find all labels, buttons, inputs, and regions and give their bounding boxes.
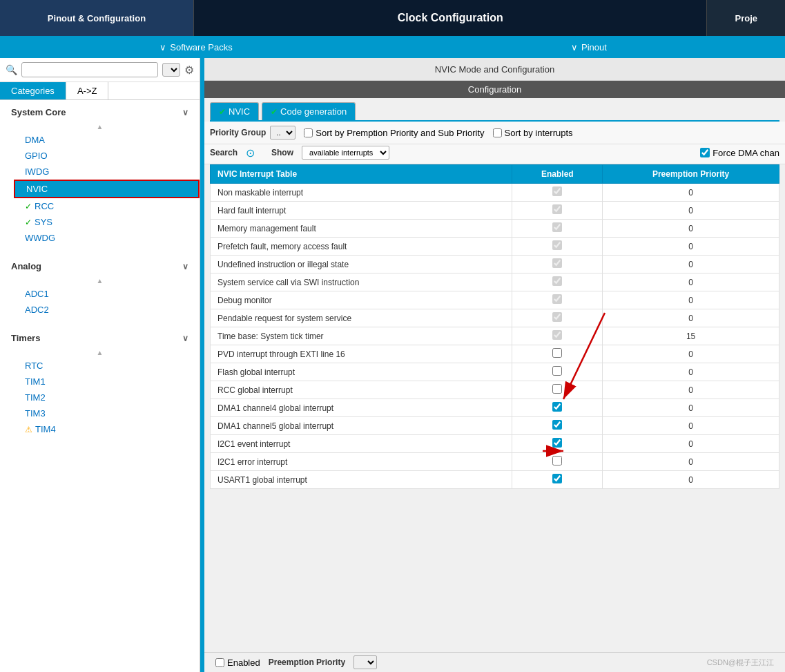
az-tab[interactable]: A->Z bbox=[66, 82, 109, 99]
enabled-checkbox[interactable] bbox=[552, 294, 562, 304]
sidebar-item-tim1[interactable]: TIM1 bbox=[14, 374, 200, 390]
search-dropdown[interactable] bbox=[162, 63, 180, 77]
enabled-checkbox[interactable] bbox=[552, 402, 562, 412]
timers-items: RTC TIM1 TIM2 TIM3 ⚠ TIM4 bbox=[0, 358, 200, 437]
enabled-cell[interactable] bbox=[512, 453, 603, 471]
sidebar-item-sys[interactable]: ✓ SYS bbox=[14, 214, 200, 230]
clock-config-tab[interactable]: Clock Configuration bbox=[194, 0, 706, 36]
bottom-enabled-checkbox[interactable]: Enabled bbox=[215, 657, 260, 668]
top-navigation: Pinout & Configuration Clock Configurati… bbox=[0, 0, 785, 36]
priority-cell: 0 bbox=[603, 202, 779, 220]
priority-cell: 0 bbox=[603, 291, 779, 309]
bottom-bar: Enabled Preemption Priority CSDN@棍子王江江 bbox=[204, 652, 785, 672]
enabled-checkbox[interactable] bbox=[552, 366, 562, 376]
pinout-sub-label: Pinout bbox=[581, 42, 607, 52]
enabled-cell[interactable] bbox=[512, 471, 603, 489]
show-dropdown[interactable]: available interrupts bbox=[302, 146, 389, 160]
enabled-checkbox[interactable] bbox=[552, 240, 562, 250]
enabled-cell[interactable] bbox=[512, 256, 603, 273]
table-row: Pendable request for system service0 bbox=[211, 309, 779, 327]
enabled-checkbox[interactable] bbox=[552, 438, 562, 448]
system-core-header[interactable]: System Core ∨ bbox=[0, 103, 200, 122]
sort-premption-input[interactable] bbox=[304, 128, 313, 137]
config-toolbar: Priority Group .. Sort by Premption Prio… bbox=[204, 122, 785, 144]
enabled-cell[interactable] bbox=[512, 238, 603, 256]
code-gen-tab[interactable]: ✔ Code generation bbox=[262, 102, 356, 120]
sort-interrupts-checkbox[interactable]: Sort by interrupts bbox=[493, 128, 573, 138]
enabled-cell[interactable] bbox=[512, 435, 603, 453]
analog-header[interactable]: Analog ∨ bbox=[0, 257, 200, 276]
table-row: RCC global interrupt0 bbox=[211, 381, 779, 399]
watermark-text: CSDN@棍子王江江 bbox=[707, 657, 774, 668]
sidebar-item-nvic[interactable]: NVIC bbox=[14, 180, 200, 198]
sidebar-item-tim2[interactable]: TIM2 bbox=[14, 390, 200, 405]
categories-tab-label: Categories bbox=[11, 86, 55, 96]
software-packs-label: Software Packs bbox=[170, 42, 232, 52]
enabled-checkbox[interactable] bbox=[552, 186, 562, 196]
enabled-cell[interactable] bbox=[512, 381, 603, 399]
sidebar-item-tim4[interactable]: ⚠ TIM4 bbox=[14, 421, 200, 437]
enabled-cell[interactable] bbox=[512, 220, 603, 238]
sort-premption-checkbox[interactable]: Sort by Premption Priority and Sub Prior… bbox=[304, 128, 484, 138]
categories-tab[interactable]: Categories bbox=[0, 82, 66, 99]
timers-header[interactable]: Timers ∨ bbox=[0, 329, 200, 347]
enabled-cell[interactable] bbox=[512, 273, 603, 291]
enabled-cell[interactable] bbox=[512, 399, 603, 417]
enabled-cell[interactable] bbox=[512, 291, 603, 309]
sidebar-item-iwdg[interactable]: IWDG bbox=[14, 164, 200, 180]
enabled-cell[interactable] bbox=[512, 363, 603, 381]
enabled-checkbox[interactable] bbox=[552, 384, 562, 394]
tim2-label: TIM2 bbox=[25, 392, 46, 403]
search-toolbar: Search ⊙ Show available interrupts Force… bbox=[204, 144, 785, 164]
search-input[interactable] bbox=[21, 62, 158, 77]
show-label: Show bbox=[271, 148, 293, 157]
sidebar-item-tim3[interactable]: TIM3 bbox=[14, 405, 200, 421]
enabled-cell[interactable] bbox=[512, 309, 603, 327]
sidebar-item-wwdg[interactable]: WWDG bbox=[14, 230, 200, 246]
timers-title: Timers bbox=[11, 333, 40, 343]
interrupt-name-cell: Flash global interrupt bbox=[211, 363, 512, 381]
sidebar-item-gpio[interactable]: GPIO bbox=[14, 148, 200, 164]
enabled-checkbox[interactable] bbox=[552, 258, 562, 268]
analog-scroll-up: ▲ bbox=[0, 276, 200, 286]
enabled-checkbox[interactable] bbox=[552, 330, 562, 340]
analog-section: Analog ∨ ▲ ADC1 ADC2 bbox=[0, 257, 200, 318]
sidebar-item-adc2[interactable]: ADC2 bbox=[14, 302, 200, 318]
nvic-config-tab[interactable]: ✔ NVIC bbox=[210, 102, 259, 120]
enabled-checkbox[interactable] bbox=[552, 276, 562, 286]
enabled-checkbox[interactable] bbox=[552, 204, 562, 214]
tim4-warn-icon: ⚠ bbox=[25, 425, 32, 434]
enabled-cell[interactable] bbox=[512, 345, 603, 363]
pinout-config-tab[interactable]: Pinout & Configuration bbox=[0, 0, 193, 36]
software-packs-item[interactable]: ∨ Software Packs bbox=[139, 42, 253, 52]
enabled-checkbox[interactable] bbox=[552, 312, 562, 322]
enabled-checkbox[interactable] bbox=[552, 420, 562, 430]
force-dma-checkbox[interactable] bbox=[700, 148, 710, 157]
pinout-tab-label: Pinout & Configuration bbox=[48, 13, 146, 23]
sort-interrupts-input[interactable] bbox=[493, 128, 502, 137]
enabled-checkbox[interactable] bbox=[552, 456, 562, 465]
table-row: Undefined instruction or illegal state0 bbox=[211, 256, 779, 273]
sidebar-item-rcc[interactable]: ✓ RCC bbox=[14, 198, 200, 214]
sidebar-item-dma[interactable]: DMA bbox=[14, 132, 200, 148]
table-row: DMA1 channel5 global interrupt0 bbox=[211, 417, 779, 435]
main-layout: 🔍 ⚙ Categories A->Z System Core ∨ ▲ bbox=[0, 58, 785, 672]
table-header-enabled: Enabled bbox=[512, 165, 603, 184]
sidebar-item-adc1[interactable]: ADC1 bbox=[14, 286, 200, 302]
enabled-cell[interactable] bbox=[512, 417, 603, 435]
pinout-sub-item[interactable]: ∨ Pinout bbox=[550, 42, 628, 52]
bottom-enabled-input[interactable] bbox=[215, 658, 224, 667]
bottom-premption-select[interactable] bbox=[353, 655, 377, 669]
enabled-checkbox[interactable] bbox=[552, 348, 562, 358]
enabled-cell[interactable] bbox=[512, 184, 603, 202]
sidebar-item-rtc[interactable]: RTC bbox=[14, 358, 200, 374]
interrupt-name-cell: Non maskable interrupt bbox=[211, 184, 512, 202]
priority-group-select[interactable]: .. bbox=[270, 126, 295, 140]
enabled-cell[interactable] bbox=[512, 327, 603, 345]
project-tab[interactable]: Proje bbox=[707, 0, 785, 36]
enabled-checkbox[interactable] bbox=[552, 474, 562, 483]
enabled-checkbox[interactable] bbox=[552, 222, 562, 232]
search-circle-icon[interactable]: ⊙ bbox=[246, 146, 255, 160]
enabled-cell[interactable] bbox=[512, 202, 603, 220]
gear-icon[interactable]: ⚙ bbox=[184, 64, 194, 77]
